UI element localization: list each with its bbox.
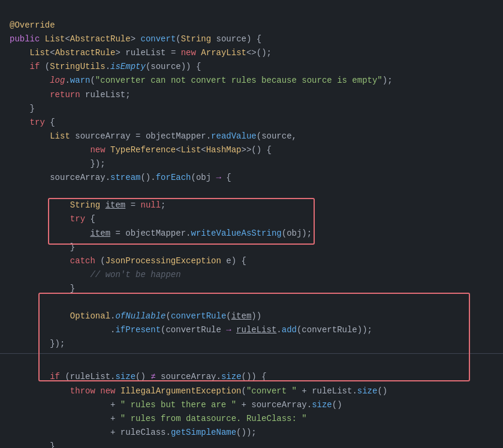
divider (0, 353, 503, 354)
code-block: @Override public List<AbstractRule> conv… (0, 5, 503, 351)
annotation: @Override (10, 20, 55, 30)
kw-public: public (10, 34, 40, 44)
code-container: @Override public List<AbstractRule> conv… (0, 0, 503, 448)
type-list: List (45, 34, 65, 44)
code-block-2: if (ruleList.size() ≠ sourceArray.size()… (0, 356, 503, 448)
